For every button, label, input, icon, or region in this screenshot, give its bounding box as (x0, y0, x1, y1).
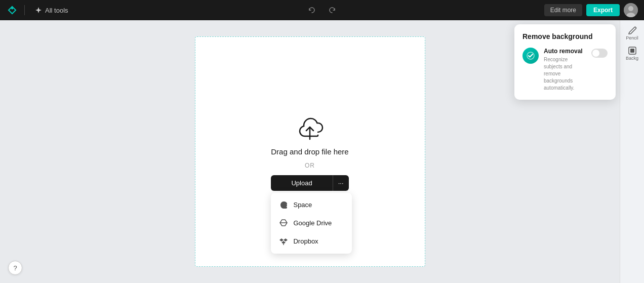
upload-area: Drag and drop file here OR Upload ··· (271, 113, 348, 191)
undo-button[interactable] (306, 4, 318, 16)
upload-more-dots: ··· (338, 179, 344, 187)
auto-removal-title: Auto removal (544, 48, 586, 55)
space-label: Space (293, 201, 312, 209)
upload-button[interactable]: Upload (271, 175, 332, 191)
pencil-panel-button[interactable]: Pencil (623, 24, 641, 43)
background-panel-label: Backg (626, 56, 638, 61)
avatar[interactable] (624, 3, 638, 17)
auto-removal-text: Auto removal Recognize subjects and remo… (544, 48, 586, 92)
remove-bg-title: Remove background (522, 32, 608, 41)
dropbox-label: Dropbox (293, 237, 318, 245)
dropdown-item-space[interactable]: Space (271, 196, 352, 214)
upload-row: Upload ··· Space (271, 175, 348, 191)
topbar-right: Edit more Export (544, 3, 638, 17)
toggle-knob (592, 50, 599, 57)
upload-dropdown: Space Google Drive (271, 193, 352, 254)
dropdown-item-google-drive[interactable]: Google Drive (271, 214, 352, 232)
auto-removal-row: Auto removal Recognize subjects and remo… (522, 48, 608, 92)
svg-rect-4 (630, 49, 634, 53)
remove-background-panel: Remove background Auto removal Recognize… (514, 24, 616, 100)
topbar: All tools Edit more Export (0, 0, 644, 20)
upload-more-button[interactable]: ··· (333, 175, 349, 191)
all-tools-button[interactable]: All tools (31, 5, 72, 16)
background-icon (628, 46, 637, 55)
export-button[interactable]: Export (586, 4, 620, 16)
nav-divider (24, 5, 25, 15)
topbar-left: All tools (6, 4, 72, 16)
help-button[interactable]: ? (8, 261, 22, 275)
pencil-panel-label: Pencil (626, 36, 638, 41)
background-panel-button[interactable]: Backg (623, 45, 641, 63)
all-tools-label: All tools (45, 7, 68, 14)
or-label: OR (305, 162, 315, 169)
google-drive-icon (279, 219, 288, 228)
magic-icon (35, 7, 42, 14)
svg-point-1 (628, 6, 633, 11)
auto-removal-icon (522, 48, 539, 64)
topbar-center (306, 4, 338, 16)
logo-icon[interactable] (6, 4, 18, 16)
space-icon (279, 200, 288, 210)
pencil-icon (628, 26, 637, 35)
canvas-frame: Drag and drop file here OR Upload ··· (195, 36, 425, 267)
drag-drop-text: Drag and drop file here (271, 147, 348, 156)
cloud-upload-icon (294, 113, 326, 141)
dropbox-icon (279, 237, 288, 246)
dropdown-item-dropbox[interactable]: Dropbox (271, 232, 352, 251)
auto-removal-desc: Recognize subjects and remove background… (544, 56, 586, 92)
google-drive-label: Google Drive (293, 219, 332, 227)
auto-removal-toggle[interactable] (591, 49, 608, 58)
side-panel: Pencil Backg (620, 20, 644, 283)
edit-more-button[interactable]: Edit more (544, 4, 582, 16)
redo-button[interactable] (326, 4, 338, 16)
